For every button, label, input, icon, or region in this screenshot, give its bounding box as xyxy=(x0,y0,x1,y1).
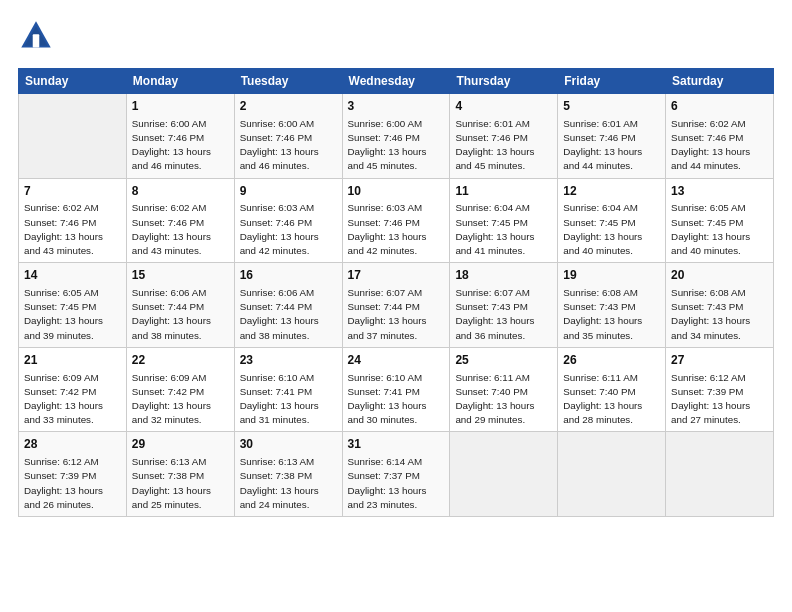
weekday-header-saturday: Saturday xyxy=(666,69,774,94)
day-info: Sunrise: 6:00 AM Sunset: 7:46 PM Dayligh… xyxy=(132,117,229,174)
calendar-cell: 27Sunrise: 6:12 AM Sunset: 7:39 PM Dayli… xyxy=(666,347,774,432)
calendar-cell: 18Sunrise: 6:07 AM Sunset: 7:43 PM Dayli… xyxy=(450,263,558,348)
day-info: Sunrise: 6:09 AM Sunset: 7:42 PM Dayligh… xyxy=(132,371,229,428)
day-info: Sunrise: 6:07 AM Sunset: 7:44 PM Dayligh… xyxy=(348,286,445,343)
day-info: Sunrise: 6:09 AM Sunset: 7:42 PM Dayligh… xyxy=(24,371,121,428)
calendar-table: SundayMondayTuesdayWednesdayThursdayFrid… xyxy=(18,68,774,517)
calendar-cell: 22Sunrise: 6:09 AM Sunset: 7:42 PM Dayli… xyxy=(126,347,234,432)
day-info: Sunrise: 6:06 AM Sunset: 7:44 PM Dayligh… xyxy=(132,286,229,343)
calendar-cell: 9Sunrise: 6:03 AM Sunset: 7:46 PM Daylig… xyxy=(234,178,342,263)
day-info: Sunrise: 6:00 AM Sunset: 7:46 PM Dayligh… xyxy=(240,117,337,174)
day-number: 10 xyxy=(348,183,445,200)
weekday-header-monday: Monday xyxy=(126,69,234,94)
calendar-cell: 30Sunrise: 6:13 AM Sunset: 7:38 PM Dayli… xyxy=(234,432,342,517)
calendar-week-4: 21Sunrise: 6:09 AM Sunset: 7:42 PM Dayli… xyxy=(19,347,774,432)
day-number: 27 xyxy=(671,352,768,369)
calendar-cell xyxy=(19,94,127,179)
day-number: 25 xyxy=(455,352,552,369)
day-info: Sunrise: 6:10 AM Sunset: 7:41 PM Dayligh… xyxy=(348,371,445,428)
day-number: 16 xyxy=(240,267,337,284)
calendar-cell: 6Sunrise: 6:02 AM Sunset: 7:46 PM Daylig… xyxy=(666,94,774,179)
day-number: 24 xyxy=(348,352,445,369)
weekday-header-sunday: Sunday xyxy=(19,69,127,94)
calendar-cell: 21Sunrise: 6:09 AM Sunset: 7:42 PM Dayli… xyxy=(19,347,127,432)
calendar-cell xyxy=(666,432,774,517)
day-number: 6 xyxy=(671,98,768,115)
day-number: 26 xyxy=(563,352,660,369)
day-info: Sunrise: 6:02 AM Sunset: 7:46 PM Dayligh… xyxy=(24,201,121,258)
calendar-cell: 11Sunrise: 6:04 AM Sunset: 7:45 PM Dayli… xyxy=(450,178,558,263)
day-info: Sunrise: 6:02 AM Sunset: 7:46 PM Dayligh… xyxy=(671,117,768,174)
calendar-cell: 29Sunrise: 6:13 AM Sunset: 7:38 PM Dayli… xyxy=(126,432,234,517)
day-info: Sunrise: 6:02 AM Sunset: 7:46 PM Dayligh… xyxy=(132,201,229,258)
day-info: Sunrise: 6:10 AM Sunset: 7:41 PM Dayligh… xyxy=(240,371,337,428)
day-info: Sunrise: 6:12 AM Sunset: 7:39 PM Dayligh… xyxy=(671,371,768,428)
calendar-cell: 3Sunrise: 6:00 AM Sunset: 7:46 PM Daylig… xyxy=(342,94,450,179)
calendar-cell xyxy=(450,432,558,517)
weekday-header-row: SundayMondayTuesdayWednesdayThursdayFrid… xyxy=(19,69,774,94)
day-number: 23 xyxy=(240,352,337,369)
day-info: Sunrise: 6:06 AM Sunset: 7:44 PM Dayligh… xyxy=(240,286,337,343)
calendar-cell: 24Sunrise: 6:10 AM Sunset: 7:41 PM Dayli… xyxy=(342,347,450,432)
calendar-week-3: 14Sunrise: 6:05 AM Sunset: 7:45 PM Dayli… xyxy=(19,263,774,348)
weekday-header-thursday: Thursday xyxy=(450,69,558,94)
calendar-cell: 14Sunrise: 6:05 AM Sunset: 7:45 PM Dayli… xyxy=(19,263,127,348)
day-number: 7 xyxy=(24,183,121,200)
calendar-cell: 31Sunrise: 6:14 AM Sunset: 7:37 PM Dayli… xyxy=(342,432,450,517)
day-number: 19 xyxy=(563,267,660,284)
day-info: Sunrise: 6:08 AM Sunset: 7:43 PM Dayligh… xyxy=(671,286,768,343)
weekday-header-wednesday: Wednesday xyxy=(342,69,450,94)
logo xyxy=(18,18,58,54)
svg-rect-2 xyxy=(33,34,40,47)
calendar-cell: 5Sunrise: 6:01 AM Sunset: 7:46 PM Daylig… xyxy=(558,94,666,179)
calendar-cell: 13Sunrise: 6:05 AM Sunset: 7:45 PM Dayli… xyxy=(666,178,774,263)
calendar-cell: 20Sunrise: 6:08 AM Sunset: 7:43 PM Dayli… xyxy=(666,263,774,348)
day-info: Sunrise: 6:03 AM Sunset: 7:46 PM Dayligh… xyxy=(240,201,337,258)
day-number: 13 xyxy=(671,183,768,200)
day-info: Sunrise: 6:12 AM Sunset: 7:39 PM Dayligh… xyxy=(24,455,121,512)
day-number: 9 xyxy=(240,183,337,200)
calendar-cell: 25Sunrise: 6:11 AM Sunset: 7:40 PM Dayli… xyxy=(450,347,558,432)
day-number: 2 xyxy=(240,98,337,115)
day-info: Sunrise: 6:04 AM Sunset: 7:45 PM Dayligh… xyxy=(563,201,660,258)
calendar-cell: 4Sunrise: 6:01 AM Sunset: 7:46 PM Daylig… xyxy=(450,94,558,179)
day-info: Sunrise: 6:13 AM Sunset: 7:38 PM Dayligh… xyxy=(240,455,337,512)
day-info: Sunrise: 6:05 AM Sunset: 7:45 PM Dayligh… xyxy=(24,286,121,343)
day-info: Sunrise: 6:11 AM Sunset: 7:40 PM Dayligh… xyxy=(455,371,552,428)
day-number: 20 xyxy=(671,267,768,284)
day-number: 4 xyxy=(455,98,552,115)
day-number: 22 xyxy=(132,352,229,369)
day-number: 29 xyxy=(132,436,229,453)
day-number: 18 xyxy=(455,267,552,284)
day-info: Sunrise: 6:05 AM Sunset: 7:45 PM Dayligh… xyxy=(671,201,768,258)
day-info: Sunrise: 6:08 AM Sunset: 7:43 PM Dayligh… xyxy=(563,286,660,343)
calendar-cell: 28Sunrise: 6:12 AM Sunset: 7:39 PM Dayli… xyxy=(19,432,127,517)
calendar-cell: 7Sunrise: 6:02 AM Sunset: 7:46 PM Daylig… xyxy=(19,178,127,263)
day-info: Sunrise: 6:01 AM Sunset: 7:46 PM Dayligh… xyxy=(455,117,552,174)
calendar-cell xyxy=(558,432,666,517)
day-number: 14 xyxy=(24,267,121,284)
calendar-week-2: 7Sunrise: 6:02 AM Sunset: 7:46 PM Daylig… xyxy=(19,178,774,263)
calendar-week-1: 1Sunrise: 6:00 AM Sunset: 7:46 PM Daylig… xyxy=(19,94,774,179)
day-info: Sunrise: 6:01 AM Sunset: 7:46 PM Dayligh… xyxy=(563,117,660,174)
day-number: 21 xyxy=(24,352,121,369)
day-info: Sunrise: 6:14 AM Sunset: 7:37 PM Dayligh… xyxy=(348,455,445,512)
calendar-cell: 15Sunrise: 6:06 AM Sunset: 7:44 PM Dayli… xyxy=(126,263,234,348)
calendar-cell: 2Sunrise: 6:00 AM Sunset: 7:46 PM Daylig… xyxy=(234,94,342,179)
day-info: Sunrise: 6:03 AM Sunset: 7:46 PM Dayligh… xyxy=(348,201,445,258)
day-number: 5 xyxy=(563,98,660,115)
day-number: 28 xyxy=(24,436,121,453)
calendar-cell: 12Sunrise: 6:04 AM Sunset: 7:45 PM Dayli… xyxy=(558,178,666,263)
day-number: 3 xyxy=(348,98,445,115)
calendar-week-5: 28Sunrise: 6:12 AM Sunset: 7:39 PM Dayli… xyxy=(19,432,774,517)
weekday-header-tuesday: Tuesday xyxy=(234,69,342,94)
day-number: 30 xyxy=(240,436,337,453)
day-info: Sunrise: 6:07 AM Sunset: 7:43 PM Dayligh… xyxy=(455,286,552,343)
calendar-cell: 16Sunrise: 6:06 AM Sunset: 7:44 PM Dayli… xyxy=(234,263,342,348)
day-info: Sunrise: 6:11 AM Sunset: 7:40 PM Dayligh… xyxy=(563,371,660,428)
day-number: 11 xyxy=(455,183,552,200)
page-header xyxy=(18,18,774,54)
weekday-header-friday: Friday xyxy=(558,69,666,94)
page-container: SundayMondayTuesdayWednesdayThursdayFrid… xyxy=(0,0,792,529)
calendar-cell: 8Sunrise: 6:02 AM Sunset: 7:46 PM Daylig… xyxy=(126,178,234,263)
